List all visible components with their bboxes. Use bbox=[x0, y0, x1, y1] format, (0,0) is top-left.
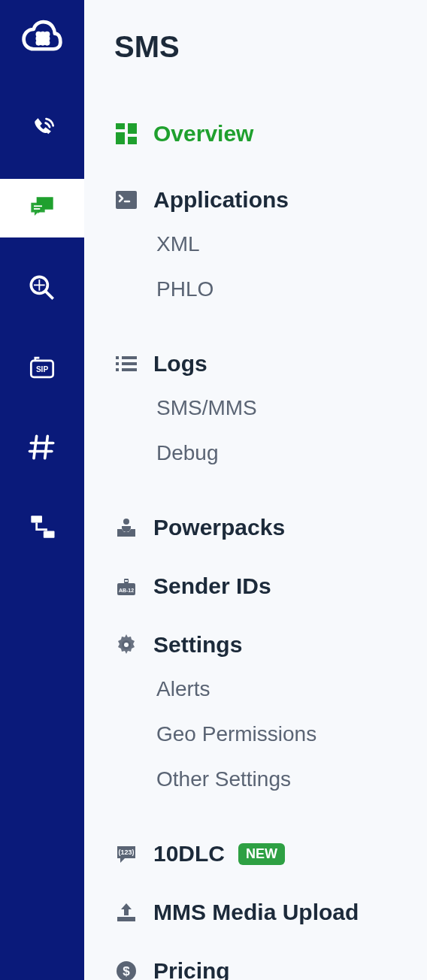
nav-applications[interactable]: Applications bbox=[111, 178, 427, 222]
nav-applications-phlo[interactable]: PHLO bbox=[111, 267, 427, 312]
svg-rect-34 bbox=[122, 368, 137, 371]
svg-rect-33 bbox=[116, 368, 119, 371]
rail-numbers[interactable] bbox=[0, 418, 84, 476]
svg-rect-27 bbox=[116, 191, 137, 209]
id-badge-icon: AB-12 bbox=[111, 574, 153, 598]
svg-rect-23 bbox=[116, 123, 125, 129]
nav-label: Powerpacks bbox=[153, 515, 285, 540]
flow-icon bbox=[26, 510, 59, 543]
svg-rect-32 bbox=[122, 362, 137, 365]
nav-mms-upload[interactable]: MMS Media Upload bbox=[111, 891, 427, 934]
nav-pricing[interactable]: $ Pricing bbox=[111, 949, 427, 980]
nav-overview[interactable]: Overview bbox=[111, 112, 427, 156]
nav-applications-xml[interactable]: XML bbox=[111, 222, 427, 267]
sip-icon: SIP bbox=[26, 351, 59, 384]
nav-logs[interactable]: Logs bbox=[111, 342, 427, 386]
logo-icon[interactable] bbox=[20, 18, 65, 63]
svg-line-12 bbox=[46, 292, 53, 299]
svg-point-7 bbox=[41, 41, 44, 44]
nav-label: Settings bbox=[153, 632, 242, 658]
svg-point-4 bbox=[41, 38, 44, 40]
nav-label: Pricing bbox=[153, 958, 230, 980]
nav-settings-other[interactable]: Other Settings bbox=[111, 757, 427, 802]
nav-senderids[interactable]: AB-12 Sender IDs bbox=[111, 564, 427, 608]
svg-point-0 bbox=[38, 33, 40, 35]
nav-label: MMS Media Upload bbox=[153, 900, 359, 925]
nav-logs-smsmms[interactable]: SMS/MMS bbox=[111, 386, 427, 431]
svg-rect-29 bbox=[116, 356, 119, 359]
nav-label: Applications bbox=[153, 187, 289, 213]
svg-text:AB-12: AB-12 bbox=[119, 588, 134, 593]
svg-rect-38 bbox=[125, 580, 128, 582]
svg-point-40 bbox=[124, 643, 129, 647]
dashboard-icon bbox=[111, 122, 153, 146]
svg-point-8 bbox=[46, 41, 48, 44]
svg-point-6 bbox=[38, 41, 40, 44]
svg-rect-21 bbox=[31, 516, 42, 522]
rail-voice[interactable] bbox=[0, 99, 84, 158]
svg-point-35 bbox=[123, 519, 129, 525]
phone-icon bbox=[26, 112, 59, 145]
nav-settings[interactable]: Settings bbox=[111, 623, 427, 667]
svg-text:(123): (123) bbox=[118, 848, 134, 856]
nav-label: Sender IDs bbox=[153, 573, 271, 599]
rail-flow[interactable] bbox=[0, 498, 84, 556]
svg-rect-22 bbox=[44, 531, 55, 538]
nav-label: Logs bbox=[153, 351, 207, 377]
hash-icon bbox=[26, 431, 59, 464]
rail-lookup[interactable] bbox=[0, 259, 84, 317]
svg-rect-24 bbox=[128, 123, 137, 134]
svg-rect-30 bbox=[122, 356, 137, 359]
chat-icon bbox=[26, 192, 59, 225]
svg-line-18 bbox=[45, 436, 48, 458]
svg-rect-25 bbox=[116, 132, 125, 144]
nav-logs-debug[interactable]: Debug bbox=[111, 431, 427, 476]
dollar-icon: $ bbox=[111, 959, 153, 980]
list-icon bbox=[111, 352, 153, 376]
svg-rect-10 bbox=[34, 208, 40, 210]
page-title: SMS bbox=[111, 30, 427, 64]
search-icon bbox=[26, 271, 59, 304]
nav-settings-alerts[interactable]: Alerts bbox=[111, 667, 427, 712]
section-logs: Logs SMS/MMS Debug bbox=[111, 342, 427, 476]
section-settings: Settings Alerts Geo Permissions Other Se… bbox=[111, 623, 427, 802]
svg-point-1 bbox=[41, 33, 44, 35]
terminal-icon bbox=[111, 188, 153, 212]
numbers-bubble-icon: (123) bbox=[111, 842, 153, 866]
primary-rail: SIP bbox=[0, 0, 84, 980]
upload-icon bbox=[111, 900, 153, 924]
svg-point-5 bbox=[46, 38, 48, 40]
svg-point-3 bbox=[38, 38, 40, 40]
svg-rect-26 bbox=[128, 137, 137, 144]
inbox-person-icon bbox=[111, 516, 153, 540]
rail-sms[interactable] bbox=[0, 179, 84, 237]
svg-point-2 bbox=[46, 33, 48, 35]
new-badge: NEW bbox=[238, 843, 285, 865]
nav-label: 10DLC bbox=[153, 841, 225, 867]
nav-label: Overview bbox=[153, 121, 253, 147]
svg-rect-31 bbox=[116, 362, 119, 365]
rail-sip[interactable]: SIP bbox=[0, 338, 84, 397]
nav-settings-geo[interactable]: Geo Permissions bbox=[111, 712, 427, 757]
svg-text:$: $ bbox=[123, 964, 130, 978]
secondary-panel: SMS Overview Applications XML PHLO bbox=[84, 0, 427, 980]
section-applications: Applications XML PHLO bbox=[111, 178, 427, 312]
svg-rect-9 bbox=[34, 205, 42, 207]
svg-line-17 bbox=[34, 436, 37, 458]
gear-icon bbox=[111, 633, 153, 657]
svg-text:SIP: SIP bbox=[36, 365, 49, 374]
nav-10dlc[interactable]: (123) 10DLC NEW bbox=[111, 832, 427, 876]
nav-powerpacks[interactable]: Powerpacks bbox=[111, 506, 427, 549]
